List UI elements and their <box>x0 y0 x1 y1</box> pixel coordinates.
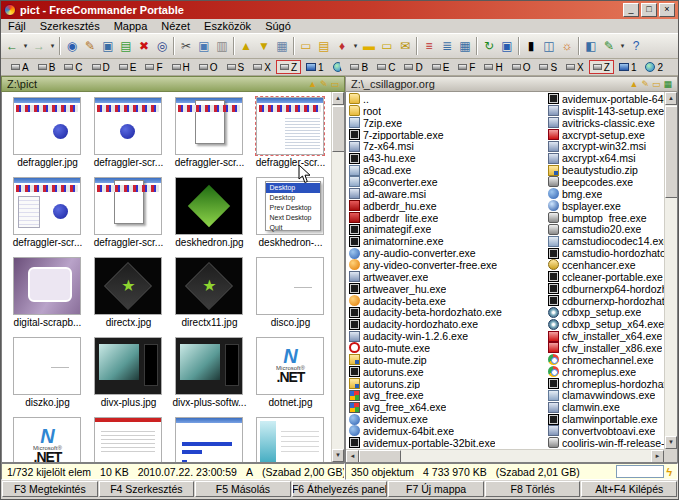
delete-button[interactable]: ✖ <box>135 36 153 57</box>
right-pane-header[interactable]: Z:\_csillagpor.org ▲✎▭▦ <box>345 76 678 92</box>
file-item[interactable]: audacity-beta-hordozhato.exe <box>349 306 547 318</box>
thumbnail-item[interactable]: disco.jpg <box>250 255 331 335</box>
dos-console-button[interactable]: ▮ <box>522 36 540 57</box>
editor-button[interactable]: ✎ <box>600 36 618 57</box>
folder-compare-button[interactable]: ▣ <box>498 36 516 57</box>
drive-c-button-right[interactable]: C <box>373 60 399 74</box>
drive-f-button-right[interactable]: F <box>454 60 479 74</box>
function-key-button-2[interactable]: F4 Szerkesztés <box>99 481 195 497</box>
file-item[interactable]: cdburnerxp64-hordozhato.exe <box>548 283 664 295</box>
file-item[interactable]: beautystudio.zip <box>548 164 664 176</box>
copy-clipboard-button[interactable]: ▣ <box>195 36 213 57</box>
left-vertical-scrollbar[interactable]: ▲ ▼ <box>331 92 344 462</box>
file-item[interactable]: axcrypt-setup.exe <box>548 129 664 141</box>
drive-e-button-left[interactable]: E <box>115 60 141 74</box>
favorites-folder-button[interactable]: ▬ <box>360 36 378 57</box>
list-view-button[interactable]: ≣ <box>438 36 456 57</box>
forward-history-dropdown[interactable]: ▾ <box>48 36 57 57</box>
drive-x-button-right[interactable]: X <box>562 60 588 74</box>
file-item[interactable]: ccleaner-portable.exe <box>548 271 664 283</box>
file-item[interactable]: auto-mute.zip <box>349 354 547 366</box>
split-panel-button[interactable]: ◫ <box>540 36 558 57</box>
file-item[interactable]: animatornine.exe <box>349 235 547 247</box>
paste-clipboard-button[interactable]: ▥ <box>213 36 231 57</box>
file-item[interactable]: avidemux-64bit.exe <box>349 425 547 437</box>
drive-a-button-left[interactable]: A <box>7 60 33 74</box>
thumbnail-item[interactable]: divx-plus-softw... <box>169 335 250 415</box>
scroll-down-button[interactable]: ▼ <box>665 436 677 449</box>
drive-e-button-right[interactable]: E <box>428 60 454 74</box>
drive-a-button-right[interactable]: A <box>340 60 346 74</box>
file-item[interactable]: camstudio20.exe <box>548 223 664 235</box>
file-item[interactable]: camstudiocodec14.exe <box>548 235 664 247</box>
thumbnail-item[interactable]: defraggler-scr... <box>169 95 250 175</box>
file-item[interactable]: audacity-beta.exe <box>349 295 547 307</box>
file-item[interactable]: artweaver.exe <box>349 271 547 283</box>
folder-favorites-icon[interactable]: ▭ <box>652 79 661 89</box>
filter-input[interactable] <box>616 465 664 478</box>
maximize-button[interactable]: □ <box>641 3 657 17</box>
file-item[interactable]: 7zip.exe <box>349 117 547 129</box>
back-history-dropdown[interactable]: ▾ <box>21 36 30 57</box>
menu-item-1[interactable]: Fájl <box>1 19 33 33</box>
file-item[interactable]: bsplayer.exe <box>548 200 664 212</box>
drive-h-button-left[interactable]: H <box>168 60 194 74</box>
network-panel-button-left[interactable]: 1 <box>302 60 328 74</box>
file-item[interactable]: cdbxp_setup.exe <box>548 306 664 318</box>
file-item[interactable]: root <box>349 105 547 117</box>
file-item[interactable]: ccenhancer.exe <box>548 259 664 271</box>
menu-item-5[interactable]: Eszközök <box>197 19 258 33</box>
thumbnail-item[interactable]: deskhedron.jpg <box>169 175 250 255</box>
folder-up-icon[interactable]: ▲ <box>630 79 639 89</box>
thumbnail-item[interactable]: defraggler-scr... <box>88 175 169 255</box>
color-picker-button[interactable]: ♦ <box>333 36 351 57</box>
file-item[interactable]: chromeplus.exe <box>548 366 664 378</box>
network-panel-button-right[interactable]: 1 <box>615 60 641 74</box>
drive-usage-icon[interactable]: ▦ <box>663 79 672 89</box>
folder-search-button[interactable]: ▤ <box>315 36 333 57</box>
web-panel-button-right[interactable]: 2 <box>641 60 667 74</box>
compare-files-button[interactable]: ◧ <box>582 36 600 57</box>
thumbnail-item[interactable] <box>169 415 250 462</box>
refresh-button[interactable]: ↻ <box>480 36 498 57</box>
drive-s-button-right[interactable]: S <box>535 60 561 74</box>
drive-b-button-left[interactable]: B <box>34 60 60 74</box>
drive-h-button-right[interactable]: H <box>480 60 506 74</box>
test-archive-button[interactable]: ▦ <box>273 36 291 57</box>
file-item[interactable]: a43-hu.exe <box>349 152 547 164</box>
file-item[interactable]: artweaver_hu.exe <box>349 283 547 295</box>
file-item[interactable]: any-video-converter-free.exe <box>349 259 547 271</box>
file-item[interactable]: autoruns.zip <box>349 378 547 390</box>
file-item[interactable]: chromeplus-hordozhato.exe <box>548 378 664 390</box>
scroll-up-button[interactable]: ▲ <box>332 92 344 105</box>
scrollbar-thumb[interactable] <box>332 106 345 152</box>
scroll-up-button[interactable]: ▲ <box>665 92 677 105</box>
folder-favorites-icon[interactable]: ▭ <box>330 79 339 89</box>
file-item[interactable]: audacity-win-1.2.6.exe <box>349 330 547 342</box>
close-button[interactable]: × <box>659 3 675 17</box>
thumbnail-item[interactable]: NMicrosoft®.NETdotnet.jpg <box>250 335 331 415</box>
file-item[interactable]: cdburnerxp-hordozhato.exe <box>548 295 664 307</box>
thumbnail-item[interactable]: ★directx11.jpg <box>169 255 250 335</box>
menu-item-2[interactable]: Szerkesztés <box>33 19 107 33</box>
file-item[interactable]: adberdr_lite.exe <box>349 212 547 224</box>
minimize-button[interactable]: _ <box>623 3 639 17</box>
settings-button[interactable]: ☼ <box>558 36 576 57</box>
file-item[interactable]: 7-zipportable.exe <box>349 129 547 141</box>
file-item[interactable]: avitricks-classic.exe <box>548 117 664 129</box>
file-item[interactable]: adberdr_hu.exe <box>349 200 547 212</box>
edit-path-icon[interactable]: ✎ <box>641 79 649 89</box>
file-item[interactable]: .. <box>349 93 547 105</box>
thumbnail-item[interactable]: diszko.jpg <box>7 335 88 415</box>
drive-s-button-left[interactable]: S <box>223 60 249 74</box>
function-key-button-1[interactable]: F3 Megtekintés <box>2 481 98 497</box>
back-button[interactable]: ← <box>3 36 21 57</box>
help-button[interactable]: ? <box>627 36 645 57</box>
file-item[interactable]: animategif.exe <box>349 223 547 235</box>
unpack-button[interactable]: ▼ <box>255 36 273 57</box>
thumbnail-item[interactable]: divx-plus.jpg <box>88 335 169 415</box>
file-item[interactable]: clamwinportable.exe <box>548 413 664 425</box>
color-picker-dropdown[interactable]: ▾ <box>351 36 360 57</box>
file-item[interactable]: convertvobtoavi.exe <box>548 425 664 437</box>
file-item[interactable]: cooliris-win-ff-release-en-US.exe <box>548 437 664 449</box>
